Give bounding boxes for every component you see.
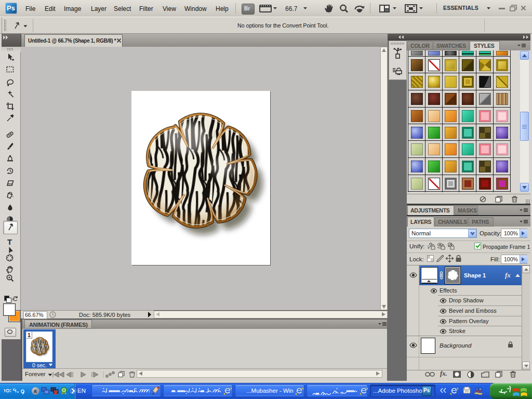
svg-text:T: T	[7, 237, 12, 246]
